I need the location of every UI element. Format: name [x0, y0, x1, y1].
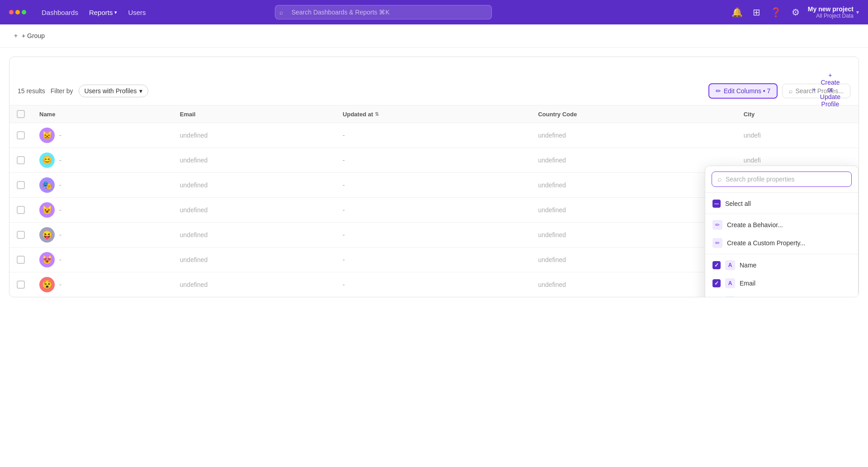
name-checkbox[interactable]: [712, 261, 721, 269]
select-all-checkbox[interactable]: [17, 110, 25, 118]
name-value: -: [59, 132, 61, 139]
dot-yellow[interactable]: [15, 10, 20, 14]
row-checkbox[interactable]: [17, 231, 25, 239]
group-plus-icon: ＋: [13, 32, 19, 40]
select-all-check[interactable]: [712, 200, 721, 208]
row-email-cell: undefined: [173, 198, 335, 223]
filter-chip[interactable]: Users with Profiles ▾: [79, 85, 149, 97]
updated-value: -: [343, 231, 345, 238]
window-controls: [9, 10, 26, 14]
row-checkbox[interactable]: [17, 256, 25, 264]
row-name-cell: 😝 -: [32, 223, 173, 248]
email-checked-label: Email: [740, 280, 755, 287]
dropdown-search-input[interactable]: [726, 176, 846, 183]
global-search: ⌕: [275, 5, 492, 19]
row-checkbox-cell[interactable]: [9, 173, 32, 198]
nav-users[interactable]: Users: [123, 6, 150, 19]
row-name-cell: 😵 -: [32, 272, 173, 297]
table-toolbar: 15 results Filter by Users with Profiles…: [9, 77, 859, 105]
header-checkbox[interactable]: [9, 105, 32, 123]
dropdown-divider-2: [705, 254, 858, 254]
dropdown-create-behavior[interactable]: ✏ Create a Behavior...: [705, 216, 858, 234]
row-checkbox-cell[interactable]: [9, 223, 32, 248]
row-updated-cell: -: [335, 272, 531, 297]
row-name-cell: 😺 -: [32, 198, 173, 223]
dropdown-create-custom[interactable]: ✏ Create a Custom Property...: [705, 234, 858, 252]
avatar: 😊: [39, 152, 55, 168]
create-behavior-label: Create a Behavior...: [727, 221, 783, 229]
nav-dashboards[interactable]: Dashboards: [37, 6, 83, 19]
sort-icon: ⇅: [375, 111, 379, 117]
row-checkbox-cell[interactable]: [9, 123, 32, 148]
create-profile-button[interactable]: ＋ + Create or Update Profile: [811, 71, 840, 108]
notifications-icon[interactable]: 🔔: [730, 5, 745, 19]
project-name: My new project: [808, 5, 854, 13]
dropdown-list: Select all ✏ Create a Behavior... ✏ Crea…: [705, 193, 858, 297]
dropdown-item-first-seen[interactable]: ⊞ First Seen: [705, 292, 858, 297]
row-checkbox[interactable]: [17, 181, 25, 189]
country-value: undefined: [538, 256, 566, 263]
updated-value: -: [343, 206, 345, 214]
help-icon[interactable]: ❓: [769, 5, 783, 19]
row-email-cell: undefined: [173, 148, 335, 173]
header-city: City: [736, 105, 859, 123]
edit-columns-button[interactable]: ✏ Edit Columns • 7: [708, 83, 778, 99]
name-value: -: [59, 181, 61, 189]
row-checkbox[interactable]: [17, 131, 25, 139]
row-name-cell: 🎭 -: [32, 173, 173, 198]
create-plus-icon: ＋: [811, 86, 817, 94]
row-checkbox[interactable]: [17, 206, 25, 214]
project-caret-icon: ▾: [856, 9, 859, 15]
avatar: 😵: [39, 277, 55, 292]
country-value: undefined: [538, 281, 566, 288]
row-name-cell: 😻 -: [32, 248, 173, 272]
results-count: 15 results: [18, 87, 45, 95]
project-sub: All Project Data: [808, 13, 854, 19]
header-country-code: Country Code: [531, 105, 736, 123]
header-updated-at[interactable]: Updated at ⇅: [335, 105, 531, 123]
header-name: Name: [32, 105, 173, 123]
reports-caret-icon: ▾: [114, 10, 117, 15]
search-input[interactable]: [275, 5, 492, 19]
avatar: 😸: [39, 128, 55, 143]
row-checkbox-cell[interactable]: [9, 198, 32, 223]
row-updated-cell: -: [335, 123, 531, 148]
dot-red[interactable]: [9, 10, 14, 14]
row-checkbox-cell[interactable]: [9, 148, 32, 173]
group-button[interactable]: ＋ + Group: [13, 32, 45, 40]
top-navigation: Dashboards Reports ▾ Users ⌕ 🔔 ⊞ ❓ ⚙ My …: [0, 0, 868, 24]
dot-green[interactable]: [22, 10, 26, 14]
updated-value: -: [343, 281, 345, 288]
row-checkbox[interactable]: [17, 156, 25, 164]
table-row: 😸 - undefined - undefined undefi: [9, 123, 859, 148]
row-checkbox-cell[interactable]: [9, 272, 32, 297]
email-checkbox-checked[interactable]: [712, 279, 721, 287]
avatar: 🎭: [39, 177, 55, 193]
dropdown-select-all[interactable]: Select all: [705, 195, 858, 212]
avatar: 😺: [39, 202, 55, 218]
city-value: undefi: [744, 132, 761, 139]
dropdown-search-icon: ⌕: [717, 175, 722, 183]
row-checkbox[interactable]: [17, 281, 25, 289]
row-checkbox-cell[interactable]: [9, 248, 32, 272]
dropdown-divider-1: [705, 214, 858, 214]
email-value: undefined: [180, 281, 208, 288]
row-city-cell: undefi: [736, 123, 859, 148]
row-updated-cell: -: [335, 198, 531, 223]
row-updated-cell: -: [335, 223, 531, 248]
country-value: undefined: [538, 206, 566, 214]
email-value: undefined: [180, 181, 208, 189]
create-custom-label: Create a Custom Property...: [727, 239, 805, 247]
country-value: undefined: [538, 132, 566, 139]
row-email-cell: undefined: [173, 248, 335, 272]
nav-reports[interactable]: Reports ▾: [85, 6, 122, 19]
name-value: -: [59, 256, 61, 263]
email-value: undefined: [180, 157, 208, 164]
row-name-cell: 😊 -: [32, 148, 173, 173]
settings-icon[interactable]: ⚙: [790, 5, 802, 19]
grid-icon[interactable]: ⊞: [751, 5, 762, 19]
dropdown-item-email-checked[interactable]: A Email: [705, 274, 858, 292]
table-section: ＋ + Create or Update Profile 15 results …: [9, 57, 859, 297]
dropdown-item-name[interactable]: A Name: [705, 256, 858, 274]
project-selector[interactable]: My new project All Project Data ▾: [808, 5, 859, 19]
